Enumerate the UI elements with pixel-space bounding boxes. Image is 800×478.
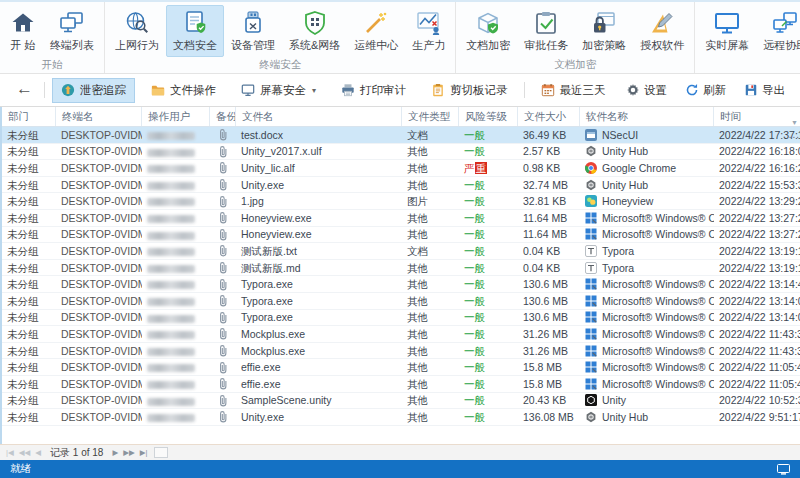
ribbon-item-approval-task[interactable]: 审批任务 <box>517 5 575 57</box>
ribbon-item-system-network[interactable]: 系统&网络 <box>282 5 347 57</box>
toolbar-button-print-audit[interactable]: 打印审计 <box>332 78 415 103</box>
operator-redacted <box>147 298 195 306</box>
ribbon-item-encrypt-policy[interactable]: 加密策略 <box>575 5 633 57</box>
risk-char: 严 <box>464 162 475 174</box>
table-row[interactable]: 未分组DESKTOP-0VIDMDJTypora.exe其他一般130.6 MB… <box>2 293 800 310</box>
software-name: Microsoft® Windows® Oper... <box>602 311 714 323</box>
ribbon-item-productivity[interactable]: 生产力 <box>405 5 452 57</box>
column-header-8[interactable]: 软件名称 <box>580 107 714 126</box>
ribbon-item-home[interactable]: 开 始 <box>3 5 43 57</box>
column-header-4[interactable]: 文件名 <box>236 107 402 126</box>
paperclip-icon[interactable] <box>215 410 231 423</box>
column-header-9[interactable]: 时间▼ <box>714 107 800 126</box>
cell-dept: 未分组 <box>2 343 56 359</box>
ribbon-item-terminal-list[interactable]: 终端列表 <box>43 5 101 57</box>
table-row[interactable]: 未分组DESKTOP-0VIDMDJSampleScene.unity其他一般2… <box>2 393 800 410</box>
table-row[interactable]: 未分组DESKTOP-0VIDMDJ测试新版.md其他一般0.04 KBTypo… <box>2 260 800 277</box>
pager-next-button[interactable]: ▶ <box>112 446 118 460</box>
table-row[interactable]: 未分组DESKTOP-0VIDMDJHoneyview.exe其他一般11.64… <box>2 210 800 227</box>
ribbon-item-doc-encrypt[interactable]: 文档加密 <box>459 5 517 57</box>
toolbar-button-screen-security[interactable]: 屏幕安全▾ <box>232 78 325 103</box>
date-filter-button[interactable]: 最近三天 <box>532 78 615 103</box>
paperclip-icon[interactable] <box>215 344 231 357</box>
ribbon-item-web-behavior[interactable]: 上网行为 <box>108 5 166 57</box>
ribbon-group: 文档加密审批任务加密策略授权软件文档加密 <box>456 2 695 73</box>
paperclip-icon[interactable] <box>215 228 231 241</box>
table-row[interactable]: 未分组DESKTOP-0VIDMDJtest.docx文档一般36.49 KBN… <box>2 127 800 144</box>
ribbon-item-device-manage[interactable]: 设备管理 <box>224 5 282 57</box>
paperclip-icon[interactable] <box>215 211 231 224</box>
table-row[interactable]: 未分组DESKTOP-0VIDMDJUnity_v2017.x.ulf其他一般2… <box>2 144 800 161</box>
column-header-0[interactable]: 部门 <box>2 107 56 126</box>
monitor-icon[interactable] <box>777 464 790 475</box>
table-row[interactable]: 未分组DESKTOP-0VIDMDJMockplus.exe其他一般31.26 … <box>2 343 800 360</box>
toolbar-button-file-ops[interactable]: 文件操作 <box>142 78 225 103</box>
table-row[interactable]: 未分组DESKTOP-0VIDMDJ测试新版.txt文档一般0.04 KBTyp… <box>2 243 800 260</box>
cell-filesize: 31.26 MB <box>518 343 580 359</box>
column-header-2[interactable]: 操作用户 <box>142 107 210 126</box>
ribbon-item-ops-center[interactable]: 运维中心 <box>347 5 405 57</box>
table-row[interactable]: 未分组DESKTOP-0VIDMDJUnity_lic.alf其他严重0.98 … <box>2 160 800 177</box>
ribbon-item-doc-security[interactable]: 文档安全 <box>166 5 224 57</box>
unityhub-icon <box>585 179 597 191</box>
cell-terminal: DESKTOP-0VIDMDJ <box>56 243 142 259</box>
pager-first-button[interactable]: |◀ <box>6 446 14 460</box>
pager-prev-button[interactable]: ◀ <box>35 446 41 460</box>
pager-next-page-button[interactable]: ▶▶ <box>123 446 135 460</box>
paperclip-icon[interactable] <box>215 244 231 257</box>
operator-redacted <box>147 315 195 323</box>
column-header-6[interactable]: 风险等级 <box>459 107 518 126</box>
pager-last-button[interactable]: ▶| <box>140 446 148 460</box>
paperclip-icon[interactable] <box>215 178 231 191</box>
paperclip-icon[interactable] <box>215 128 231 141</box>
column-header-label: 部门 <box>8 110 29 122</box>
paperclip-icon[interactable] <box>215 161 231 174</box>
table-row[interactable]: 未分组DESKTOP-0VIDMDJMockplus.exe其他一般31.26 … <box>2 326 800 343</box>
filter-arrow-icon[interactable]: ▼ <box>791 113 798 126</box>
toolbar-button-label: 导出 <box>762 83 785 98</box>
table-row[interactable]: 未分组DESKTOP-0VIDMDJeffie.exe其他一般15.8 MBMi… <box>2 359 800 376</box>
column-header-1[interactable]: 终端名 <box>56 107 142 126</box>
cell-filename: Mockplus.exe <box>236 326 402 342</box>
operator-redacted <box>147 165 195 173</box>
typora-icon <box>585 262 597 274</box>
paperclip-icon[interactable] <box>215 195 231 208</box>
toolbar-button-clipboard-record[interactable]: 剪切板记录 <box>422 78 517 103</box>
paperclip-icon[interactable] <box>215 394 231 407</box>
table-row[interactable]: 未分组DESKTOP-0VIDMDJTypora.exe其他一般130.6 MB… <box>2 276 800 293</box>
table-row[interactable]: 未分组DESKTOP-0VIDMDJUnity.exe其他一般32.74 MBU… <box>2 177 800 194</box>
table-row[interactable]: 未分组DESKTOP-0VIDMDJ1.jpg图片一般32.81 KBHoney… <box>2 193 800 210</box>
ribbon-item-remote-assist[interactable]: 远程协助 <box>756 5 800 57</box>
cell-filetype: 其他 <box>402 293 459 309</box>
paperclip-icon[interactable] <box>215 361 231 374</box>
table-row[interactable]: 未分组DESKTOP-0VIDMDJTypora.exe其他一般130.6 MB… <box>2 310 800 327</box>
column-header-3[interactable]: 备份 <box>210 107 236 126</box>
cell-filetype: 其他 <box>402 276 459 292</box>
table-row[interactable]: 未分组DESKTOP-0VIDMDJHoneyview.exe其他一般11.64… <box>2 227 800 244</box>
paperclip-icon[interactable] <box>215 327 231 340</box>
row-more-button[interactable]: ... <box>789 127 800 143</box>
software-name: Microsoft® Windows® Oper... <box>602 295 714 307</box>
ribbon-item-authorized-software[interactable]: 授权软件 <box>633 5 691 57</box>
paperclip-icon[interactable] <box>215 377 231 390</box>
paperclip-icon[interactable] <box>215 278 231 291</box>
toolbar-button-export[interactable]: 导出 <box>741 79 788 102</box>
column-header-7[interactable]: 文件大小 <box>518 107 580 126</box>
column-header-5[interactable]: 文件类型 <box>402 107 459 126</box>
pager-dropdown[interactable] <box>154 447 168 458</box>
table-row[interactable]: 未分组DESKTOP-0VIDMDJUnity.exe其他一般136.08 MB… <box>2 409 800 426</box>
paperclip-icon[interactable] <box>215 261 231 274</box>
back-button[interactable]: ← <box>12 79 37 101</box>
table-row[interactable]: 未分组DESKTOP-0VIDMDJeffie.exe其他一般15.8 MBMi… <box>2 376 800 393</box>
paperclip-icon[interactable] <box>215 294 231 307</box>
ribbon-item-label: 加密策略 <box>582 38 626 53</box>
paperclip-icon[interactable] <box>215 145 231 158</box>
toolbar-button-leak-trace[interactable]: 泄密追踪 <box>52 78 135 103</box>
cell-filesize: 0.98 KB <box>518 160 580 176</box>
paperclip-icon[interactable] <box>215 311 231 324</box>
ribbon-item-live-screen[interactable]: 实时屏幕 <box>698 5 756 57</box>
pager-prev-page-button[interactable]: ◀◀ <box>19 446 31 460</box>
toolbar-button-refresh[interactable]: 刷新 <box>682 79 729 102</box>
cell-time: 2022/4/22 17:37:18... <box>714 127 800 143</box>
toolbar-button-gear-small[interactable]: 设置 <box>623 79 670 102</box>
